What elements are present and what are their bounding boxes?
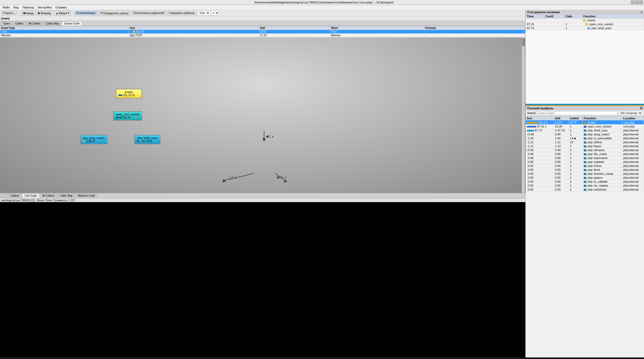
cs-calls: 1 <box>564 26 582 30</box>
pt-self: 0.40 <box>554 148 569 152</box>
node-socket[interactable]: open_cron_socket 87.31 % <box>113 111 142 121</box>
table-row[interactable]: 87.31 1 open_cron_socket <box>526 22 644 26</box>
pt-col-called[interactable]: Called <box>569 116 582 120</box>
forward-button[interactable]: ▶ Вперёд <box>36 11 53 16</box>
menu-view[interactable]: Вид <box>12 5 20 9</box>
tab-all-callers[interactable]: All Callers <box>26 21 43 26</box>
window-controls[interactable]: − □ × <box>631 1 643 4</box>
pt-col-incl[interactable]: Incl. <box>526 116 554 120</box>
cs-func: php::shell_exec <box>582 26 644 30</box>
menu-navigate[interactable]: Переход <box>21 5 36 9</box>
node-preg[interactable]: php::preg_match 5.66 % <box>80 135 107 144</box>
pt-col-self[interactable]: Self <box>554 116 569 120</box>
table-row[interactable]: Time 101.13 10.67 Time <box>0 30 525 34</box>
node-shell[interactable]: php::shell_exec 67.74 % <box>134 135 160 144</box>
pt-called: 2 <box>569 188 582 192</box>
table-row[interactable]: (main) <box>526 18 644 22</box>
minimize-button[interactable]: − <box>631 1 635 4</box>
func-color-icon <box>584 177 586 179</box>
back-button[interactable]: ◀ Назад <box>21 11 36 16</box>
incl-bar <box>527 138 527 139</box>
table-row[interactable]: 0.00 0.00 1 php::function_exists php:int… <box>526 172 644 176</box>
menu-bar: Файл Вид Переход Настройка Справка <box>0 5 644 10</box>
svg-line-2 <box>224 173 254 181</box>
pt-incl: 0.08 <box>526 160 554 164</box>
scrollbar[interactable] <box>522 38 525 193</box>
table-row[interactable]: 1.13 1.13 1 php::fopen php:internal <box>526 144 644 148</box>
self-cell: 11.32 <box>259 34 330 37</box>
tab-all-callees[interactable]: All Callees <box>40 193 57 198</box>
pt-self: 0.00 <box>554 176 569 180</box>
table-row[interactable]: 67.74 ≡ 67.74 1 php::shell_exec php:inte… <box>526 129 644 132</box>
pt-called: 1 <box>569 184 582 188</box>
search-input[interactable] <box>537 111 618 115</box>
table-row[interactable]: 0.00 0.00 2 php::getenv php:internal <box>526 176 644 180</box>
table-row[interactable]: 5.66 5.66 1 php::preg_match php:internal <box>526 132 644 136</box>
metric-select2[interactable]: ▾ <box>211 11 219 15</box>
tab-callers[interactable]: Callers <box>13 21 26 26</box>
open-button[interactable]: Открыть... <box>1 11 17 15</box>
pt-called: 1 <box>569 160 582 164</box>
table-row[interactable]: 0.00 0.00 2 php::strtolower php:internal <box>526 188 644 192</box>
profile-scroll[interactable]: Incl. Self Called Function Location 101.… <box>526 116 644 357</box>
table-row[interactable]: 0.00 0.00 2 php::flock php:internal <box>526 168 644 172</box>
scrollbar-thumb[interactable] <box>522 38 525 46</box>
call-graph-area[interactable]: ■1 x □1 x ■□1 x (main) <box>0 38 525 193</box>
up-button[interactable]: ▲ Вверх ▾ <box>54 11 71 16</box>
svg-line-5 <box>275 173 286 181</box>
tab-source-code[interactable]: Source Code <box>62 21 82 26</box>
table-row[interactable]: 2.26 2.26 14 ■ php::is_executable php:in… <box>526 136 644 140</box>
flat-profile-close-icon[interactable]: ⊡ <box>640 106 642 110</box>
pt-called: 1 <box>569 156 582 160</box>
table-row[interactable]: 0.08 0.08 1 php::basename php:internal <box>526 156 644 160</box>
table-row[interactable]: 0.00 0.00 1 php::str_replace php:interna… <box>526 184 644 188</box>
table-row[interactable]: 0.40 0.40 2 php::dirname php:internal <box>526 148 644 152</box>
relative-button[interactable]: Относительные <box>74 11 97 15</box>
short-cell: Memory <box>330 34 424 37</box>
pt-col-func[interactable]: Function <box>582 116 622 120</box>
tab-call-graph[interactable]: Call Graph <box>22 193 39 198</box>
grouping-select[interactable]: (No Grouping) <box>619 111 642 115</box>
pt-self: 0.00 <box>554 184 569 188</box>
pt-called: 1 <box>569 132 582 136</box>
table-row[interactable]: 87.31 1 10.35 1 open_cron_socket cron.ph… <box>526 125 644 129</box>
table-row[interactable]: 0.08 0.08 1 php::explode php:internal <box>526 160 644 164</box>
call-stack-close-icon[interactable]: × <box>641 11 642 14</box>
incl-bar <box>130 34 135 37</box>
pt-called: (0) ⑧ <box>569 120 582 125</box>
table-row[interactable]: 101.13 10.67 (0) ⑧ (main) cron.php <box>526 120 644 125</box>
cycles-button[interactable]: ⟳ Определять циклы <box>98 11 130 16</box>
tab-callees[interactable]: Callees <box>8 193 21 198</box>
cs-col-time: Time <box>526 14 544 18</box>
table-row[interactable]: 1.21 1.21 10 php::define php:internal <box>526 140 644 144</box>
tab-callee-map[interactable]: Callee Map <box>43 21 62 26</box>
menu-help[interactable]: Справка <box>54 5 68 9</box>
table-row[interactable]: 0.00 0.00 2 php::is_callable php:interna… <box>526 180 644 184</box>
up-arrow-icon: ▲ <box>56 12 58 15</box>
tab-machine-code[interactable]: Machine Code <box>76 193 97 198</box>
tab-caller-map[interactable]: Caller Map <box>58 193 75 198</box>
node-bar-icon <box>137 141 139 142</box>
tabs-bar: Types Callers All Callers Callee Map Sou… <box>0 21 525 26</box>
table-row[interactable]: Memory 78.87 11.32 Memory <box>0 34 525 37</box>
table-row[interactable]: 67.74 1 php::shell_exec <box>526 26 644 30</box>
collapse-button[interactable]: Сокращать шаблоны <box>167 11 197 15</box>
pt-func: php::strtolower <box>582 188 622 192</box>
table-row[interactable]: 0.00 0.00 1 php::fclose php:internal <box>526 164 644 168</box>
menu-file[interactable]: Файл <box>1 5 11 9</box>
rel-parent-button[interactable]: Относительно родителей <box>131 11 166 15</box>
status-bar: cachegrind.out.790245 [1] - Всего Time С… <box>0 198 525 202</box>
tab-types[interactable]: Types <box>1 21 12 26</box>
metric-select[interactable]: Time <box>198 11 210 15</box>
cs-cost2 <box>544 26 564 30</box>
table-row[interactable]: 0.08 0.08 1 php::file_exists php:interna… <box>526 152 644 156</box>
close-button[interactable]: × <box>639 1 643 4</box>
pt-incl: 0.40 <box>526 148 554 152</box>
pt-loc: php:internal <box>622 144 644 148</box>
menu-settings[interactable]: Настройка <box>36 5 53 9</box>
maximize-button[interactable]: □ <box>635 1 639 4</box>
node-main[interactable]: (main) 101.13 % <box>116 89 142 98</box>
tab-bottom-back[interactable]: ... <box>1 193 7 198</box>
pt-incl: 0.00 <box>526 180 554 184</box>
pt-col-loc[interactable]: Location <box>622 116 644 120</box>
